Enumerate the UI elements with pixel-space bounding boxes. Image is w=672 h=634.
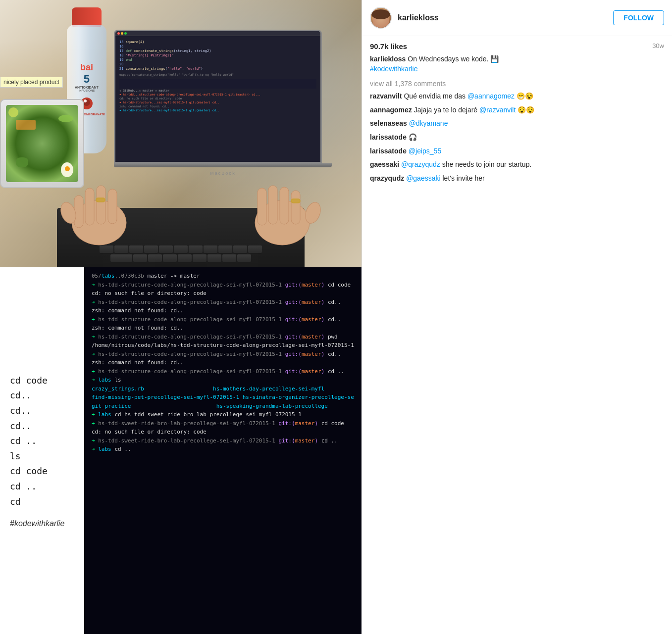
key: [148, 254, 162, 262]
cmd-7: cd code: [10, 464, 74, 479]
comment-row: selenaseas @dkyamane: [370, 119, 664, 129]
terminal-line: zsh: command not found: cd..: [92, 359, 354, 367]
key: [174, 245, 188, 253]
key-row-2: [62, 254, 300, 262]
mention[interactable]: @dkyamane: [409, 119, 448, 127]
comment-text: Qué envidia me das @aannagomez 😁😵: [404, 92, 533, 100]
terminal-line: ➜ hs-tdd-structure-code-along-precollage…: [92, 368, 354, 376]
comment-text: @gaessaki let's invite her: [406, 174, 485, 182]
product-annotation: nicely placed product: [0, 77, 63, 88]
mention[interactable]: @gaessaki: [406, 174, 440, 182]
hand-right: [233, 173, 332, 247]
svg-rect-13: [280, 187, 289, 224]
terminal-line: ➜ labs cd ..: [92, 445, 354, 454]
view-all-comments[interactable]: view all 1,378 comments: [362, 78, 672, 92]
cmd-1: cd code: [10, 373, 74, 389]
terminal-line: cd: no such file or directory: code: [92, 428, 354, 437]
comment-text: @jeips_55: [409, 147, 441, 155]
key: [133, 254, 147, 262]
mention[interactable]: @qrazyqudz: [401, 160, 440, 168]
svg-rect-14: [291, 191, 300, 224]
mention[interactable]: @jeips_55: [409, 147, 441, 155]
terminal-line: ➜ labs cd hs-tdd-sweet-ride-bro-lab-prec…: [92, 411, 354, 419]
commands-sidebar: cd code cd.. cd.. cd.. cd .. ls cd code …: [0, 267, 84, 634]
comment-username[interactable]: razvanvilt: [370, 92, 402, 100]
comment-row: gaessaki @qrazyqudz she needs to join ou…: [370, 160, 664, 170]
time-ago: 30w: [652, 42, 664, 50]
terminal-line: git_practice hs-speaking-grandma-lab-pre…: [92, 402, 354, 411]
svg-rect-7: [108, 189, 117, 224]
comment-row: razvanvilt Qué envidia me das @aannagome…: [370, 92, 664, 101]
avatar-inner: [371, 8, 391, 28]
left-panel: nicely placed product bai 5 ANTIOXIDANT …: [0, 0, 362, 634]
terminal-line: ➜ hs-tdd-sweet-ride-bro-lab-precollege-s…: [92, 420, 354, 428]
svg-rect-16: [291, 199, 300, 203]
laptop-screen: 15 square(4) 16 17 def concatenate_strin…: [114, 30, 322, 163]
top-photo: nicely placed product bai 5 ANTIOXIDANT …: [0, 0, 362, 267]
key: [193, 254, 207, 262]
terminal-line: cd: no such file or directory: code: [92, 290, 354, 298]
comment-text: Jajaja ya te lo dejaré @razvanvilt 😵😵: [414, 106, 535, 114]
caption-username[interactable]: karliekloss: [370, 55, 406, 63]
comment-row: qrazyqudz @gaessaki let's invite her: [370, 174, 664, 184]
main-layout: nicely placed product bai 5 ANTIOXIDANT …: [0, 0, 672, 634]
key: [189, 245, 203, 253]
post-caption: karliekloss On Wednesdays we kode. 💾 #ko…: [362, 54, 672, 78]
comment-row: larissatode @jeips_55: [370, 146, 664, 156]
comment-text: @dkyamane: [409, 119, 448, 127]
svg-rect-11: [258, 188, 266, 225]
svg-rect-6: [97, 186, 105, 224]
comment-username[interactable]: larissatode: [370, 133, 407, 141]
terminal-line: ➜ hs-tdd-structure-code-along-precollage…: [92, 298, 354, 307]
comment-username[interactable]: larissatode: [370, 147, 407, 155]
comment-row: aannagomez Jajaja ya te lo dejaré @razva…: [370, 105, 664, 115]
comment-username[interactable]: qrazyqudz: [370, 174, 404, 182]
laptop-bottom: MacBook: [114, 163, 332, 167]
likes-count: 90.7k likes: [370, 42, 407, 50]
comment-text: @qrazyqudz she needs to join our startup…: [401, 160, 531, 168]
cmd-6: ls: [10, 449, 74, 464]
terminal-line: crazy_strings.rb hs-mothers-day-precolle…: [92, 385, 354, 393]
key: [163, 254, 177, 262]
comments-section: razvanvilt Qué envidia me das @aannagome…: [362, 92, 672, 183]
svg-rect-4: [74, 195, 83, 228]
terminal-line: zsh: command not found: cd..: [92, 307, 354, 315]
key: [204, 245, 217, 253]
hand-left: [50, 173, 149, 247]
caption-text: On Wednesdays we kode. 💾: [408, 55, 499, 63]
profile-username: karliekloss: [398, 13, 613, 22]
svg-rect-12: [268, 186, 277, 224]
keyboard-keys: [62, 245, 300, 262]
post-stats: 90.7k likes 30w: [362, 36, 672, 54]
terminal-line: ➜ hs-tdd-sweet-ride-bro-lab-precollege-s…: [92, 437, 354, 445]
cmd-4: cd..: [10, 419, 74, 434]
mention[interactable]: @razvanvilt: [479, 106, 516, 114]
laptop: 15 square(4) 16 17 def concatenate_strin…: [114, 30, 332, 178]
mention[interactable]: @aannagomez: [467, 92, 515, 100]
follow-button[interactable]: FOLLOW: [613, 10, 664, 25]
key: [178, 254, 192, 262]
terminal-line: ➜ hs-tdd-structure-code-along-precollage…: [92, 281, 354, 290]
comment-row: larissatode 🎧: [370, 133, 664, 143]
key: [207, 254, 221, 262]
terminal-screen: 05/tabs..0730c3b master -> master ➜ hs-t…: [84, 267, 362, 634]
cmd-3: cd..: [10, 403, 74, 419]
terminal-line: zsh: command not found: cd..: [92, 324, 354, 333]
terminal-line: ➜ labs ls: [92, 376, 354, 385]
key-tab: [110, 254, 132, 262]
keyboard-area: [0, 168, 362, 267]
key: [159, 245, 173, 253]
code-screen: 15 square(4) 16 17 def concatenate_strin…: [115, 36, 320, 163]
caption-hashtag[interactable]: #kodewithkarlie: [370, 65, 418, 73]
terminal-line: find-missing-pet-precollege-sei-myfl-072…: [92, 393, 354, 402]
annotation-text: nicely placed product: [3, 79, 59, 86]
comment-username[interactable]: aannagomez: [370, 106, 412, 114]
terminal-line: ➜ hs-tdd-structure-code-along-precollage…: [92, 333, 354, 341]
comment-username[interactable]: gaessaki: [370, 160, 399, 168]
terminal-line: 05/tabs..0730c3b master -> master: [92, 272, 354, 281]
comment-username[interactable]: selenaseas: [370, 119, 407, 127]
bottle-cap: [72, 7, 102, 27]
hashtag-bottom: #kodewithkarlie: [10, 519, 74, 528]
terminal-line: /home/nitrous/code/labs/hs-tdd-structure…: [92, 341, 354, 350]
key: [237, 254, 251, 262]
